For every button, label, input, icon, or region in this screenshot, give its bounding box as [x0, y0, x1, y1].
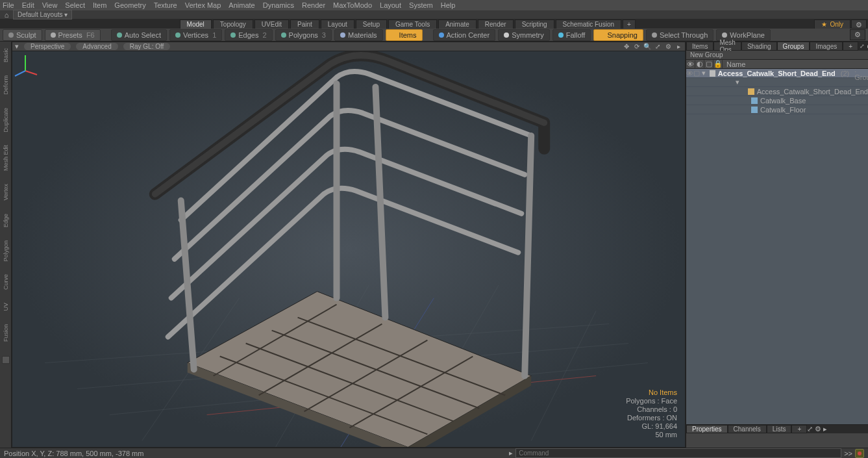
prop-menu-icon[interactable]: ▸	[823, 425, 827, 433]
col-lock-icon[interactable]: ▢	[704, 60, 713, 68]
items-toggle[interactable]: Items	[386, 29, 423, 41]
lefttab-basic[interactable]: Basic	[2, 44, 10, 66]
rotate-icon[interactable]: ⟳	[633, 43, 641, 50]
viewport-mode[interactable]: Perspective	[24, 43, 71, 50]
tab-only[interactable]: Only	[814, 19, 850, 29]
tab-paint[interactable]: Paint	[290, 19, 319, 29]
gear-icon[interactable]: ⚙	[851, 19, 867, 29]
col-pin-icon[interactable]: 🔒	[713, 60, 723, 68]
menu-texture[interactable]: Texture	[154, 1, 177, 9]
statusbar: Position X, Y, Z: 788 mm, 500 mm, -378 m…	[0, 448, 868, 458]
tab-topology[interactable]: Topology	[213, 19, 253, 29]
menu-vertexmap[interactable]: Vertex Map	[185, 1, 221, 9]
maximize-icon[interactable]: ⤢	[654, 43, 662, 50]
rtab-items[interactable]: Items	[686, 42, 713, 51]
tab-gametools[interactable]: Game Tools	[388, 19, 437, 29]
viewport-menu-icon[interactable]: ▸	[675, 43, 682, 50]
polygons-toggle[interactable]: Polygons3	[275, 29, 332, 41]
menu-edit[interactable]: Edit	[22, 1, 34, 9]
prop-gear-icon[interactable]: ⚙	[815, 425, 821, 433]
tab-scripting[interactable]: Scripting	[515, 19, 554, 29]
tab-animate[interactable]: Animate	[438, 19, 477, 29]
svg-line-26	[15, 71, 25, 76]
viewport-advanced[interactable]: Advanced	[76, 43, 118, 50]
sculpt-button[interactable]: Sculpt	[3, 29, 42, 41]
rtab-meshops[interactable]: Mesh Ops	[713, 42, 741, 51]
menu-animate[interactable]: Animate	[229, 1, 254, 9]
record-button[interactable]	[855, 449, 864, 458]
actioncenter-button[interactable]: Action Center	[433, 29, 496, 41]
menu-layout[interactable]: Layout	[380, 1, 401, 9]
lefttab-vertex[interactable]: Vertex	[2, 180, 10, 205]
viewport-gear-icon[interactable]: ⚙	[664, 43, 672, 50]
tree-row-group[interactable]: 👁▢ ▾Access_Catwalk_Short_Dead_End(2): Gr…	[686, 69, 868, 78]
tree-row[interactable]: Catwalk_Base	[686, 96, 868, 105]
menu-item[interactable]: Item	[93, 1, 106, 9]
panel-expand-icon[interactable]: ⤢	[860, 43, 866, 49]
lefttab-curve[interactable]: Curve	[2, 270, 10, 294]
menu-system[interactable]: System	[409, 1, 433, 9]
col-select-icon[interactable]: ◐	[695, 60, 704, 68]
move-icon[interactable]: ✥	[623, 43, 630, 50]
falloff-button[interactable]: Falloff	[552, 29, 591, 41]
materials-toggle[interactable]: Materials	[334, 29, 383, 41]
rtab-groups[interactable]: Groups	[777, 42, 810, 51]
proptab-add[interactable]: +	[791, 425, 807, 433]
viewport-raygl[interactable]: Ray GL: Off	[123, 43, 171, 50]
proptab-channels[interactable]: Channels	[728, 425, 767, 433]
tab-model[interactable]: Model	[180, 19, 212, 29]
lefttab-uv[interactable]: UV	[2, 299, 10, 315]
cmd-chevron-icon[interactable]: ▸	[509, 449, 513, 457]
menu-render[interactable]: Render	[302, 1, 325, 9]
command-input[interactable]	[515, 448, 841, 458]
tab-uvedit[interactable]: UVEdit	[254, 19, 289, 29]
lefttab-polygon[interactable]: Polygon	[2, 236, 10, 266]
menu-file[interactable]: File	[3, 1, 14, 9]
proptab-lists[interactable]: Lists	[767, 425, 792, 433]
col-visible-icon[interactable]: 👁	[686, 60, 695, 68]
symmetry-button[interactable]: Symmetry	[498, 29, 550, 41]
tab-schematic[interactable]: Schematic Fusion	[556, 19, 621, 29]
tab-layout[interactable]: Layout	[321, 19, 354, 29]
viewport-options-icon[interactable]: ▾	[15, 42, 19, 51]
rtab-images[interactable]: Images	[810, 42, 843, 51]
tree-row[interactable]: Access_Catwalk_Short_Dead_End	[686, 87, 868, 96]
tab-setup[interactable]: Setup	[356, 19, 387, 29]
rtab-shading[interactable]: Shading	[741, 42, 777, 51]
new-group-button[interactable]: New Group	[686, 51, 868, 60]
lefttab-deform[interactable]: Deform	[2, 71, 10, 99]
tab-add[interactable]: +	[623, 19, 636, 29]
prop-expand-icon[interactable]: ⤢	[807, 425, 813, 433]
autoselect-toggle[interactable]: Auto Select	[111, 29, 167, 41]
menu-maxtomodo[interactable]: MaxToModo	[333, 1, 372, 9]
toolbar-gear-icon[interactable]: ⚙	[850, 29, 865, 40]
rtab-add[interactable]: +	[843, 42, 858, 51]
col-name[interactable]: Name	[723, 60, 868, 68]
svg-line-24	[25, 71, 37, 75]
tree-row[interactable]: Catwalk_Floor	[686, 105, 868, 114]
cmd-history-button[interactable]: >>	[844, 450, 852, 457]
presets-button[interactable]: PresetsF6	[45, 29, 101, 41]
lefttab-duplicate[interactable]: Duplicate	[2, 104, 10, 136]
zoom-icon[interactable]: 🔍	[643, 43, 651, 50]
lefttab-edge[interactable]: Edge	[2, 210, 10, 231]
selectthrough-toggle[interactable]: Select Through	[646, 29, 713, 41]
edges-toggle[interactable]: Edges2	[225, 29, 272, 41]
viewport-3d[interactable]: No Items Polygons : Face Channels : 0 De…	[12, 51, 685, 447]
menu-view[interactable]: View	[42, 1, 58, 9]
tab-render[interactable]: Render	[478, 19, 514, 29]
home-icon[interactable]: ⌂	[3, 11, 10, 19]
vertices-toggle[interactable]: Vertices1	[169, 29, 222, 41]
layout-dropdown[interactable]: Default Layouts ▾	[13, 10, 72, 19]
menu-geometry[interactable]: Geometry	[114, 1, 145, 9]
menu-help[interactable]: Help	[441, 1, 456, 9]
proptab-properties[interactable]: Properties	[686, 425, 728, 433]
item-tabs: Items Mesh Ops Shading Groups Images + ⤢…	[686, 42, 868, 51]
snapping-toggle[interactable]: Snapping	[593, 29, 643, 41]
lefttab-meshedit[interactable]: Mesh Edit	[2, 141, 10, 175]
lefttab-fusion[interactable]: Fusion	[2, 320, 10, 346]
menu-select[interactable]: Select	[65, 1, 85, 9]
item-tree[interactable]: 👁▢ ▾Access_Catwalk_Short_Dead_End(2): Gr…	[686, 69, 868, 424]
lefttab-extra[interactable]	[2, 356, 10, 364]
menu-dynamics[interactable]: Dynamics	[263, 1, 294, 9]
